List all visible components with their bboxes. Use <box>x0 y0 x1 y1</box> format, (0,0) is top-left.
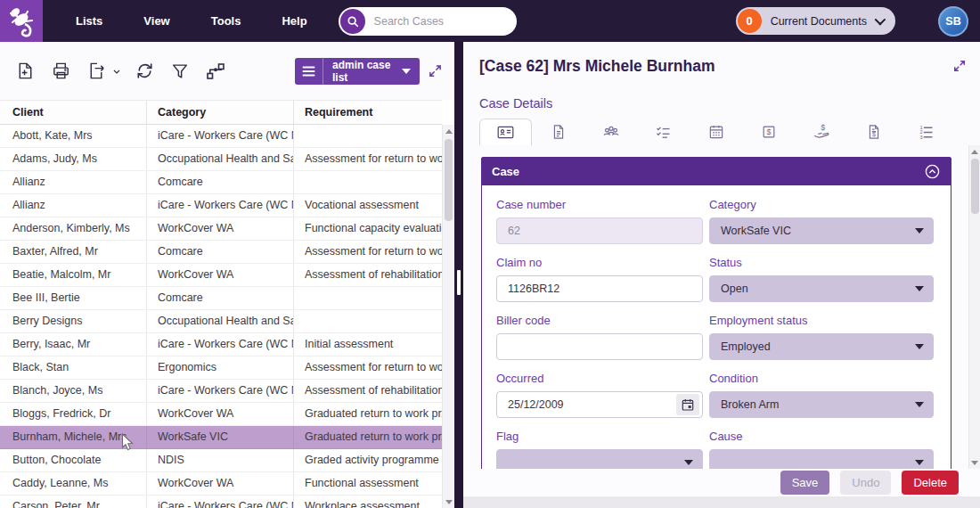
list-menu-icon <box>295 58 323 85</box>
tab-documents[interactable] <box>532 119 584 145</box>
flag-dropdown[interactable] <box>496 449 703 469</box>
scroll-thumb[interactable] <box>971 159 979 214</box>
tab-case-details[interactable] <box>479 119 532 145</box>
status-dropdown[interactable]: Open <box>709 275 934 302</box>
search-input[interactable] <box>365 15 515 28</box>
table-row[interactable]: Beatie, Malcolm, MrWorkCover WAAssessmen… <box>0 264 442 287</box>
gecko-icon <box>6 5 37 37</box>
employment-status-dropdown[interactable]: Employed <box>709 333 934 360</box>
claim-no-input[interactable] <box>496 275 703 302</box>
field-status: Status Open <box>709 256 934 302</box>
case-number-input[interactable] <box>496 217 703 244</box>
table-row[interactable]: AllianzComcare <box>0 171 442 194</box>
occurred-date-input[interactable] <box>497 392 676 417</box>
save-button[interactable]: Save <box>780 471 830 495</box>
table-row[interactable]: Berry, Isaac, MriCare - Workers Care (WC… <box>0 333 442 356</box>
tab-contacts[interactable] <box>584 119 637 145</box>
scroll-up-arrow[interactable] <box>443 125 454 137</box>
expand-icon <box>429 64 442 78</box>
svg-text:$: $ <box>821 124 825 132</box>
column-header-requirement[interactable]: Requirement <box>294 101 442 124</box>
filter-button[interactable] <box>170 61 190 81</box>
biller-code-input[interactable] <box>496 333 703 360</box>
tab-payments[interactable]: $ <box>795 119 847 145</box>
cell-requirement: Assessment of rehabilitation ... <box>294 380 442 402</box>
cell-requirement <box>294 310 442 332</box>
tab-tasks[interactable] <box>637 119 690 145</box>
field-case-number: Case number <box>496 198 703 244</box>
numbered-list-icon: 1 2 3 <box>917 123 935 142</box>
expand-detail-button[interactable] <box>953 60 966 72</box>
delete-button[interactable]: Delete <box>902 471 959 495</box>
invoice-icon: $ <box>865 123 883 141</box>
cell-category: iCare - Workers Care (WC NS... <box>147 333 294 356</box>
expand-icon <box>953 60 966 72</box>
divider-drag-handle[interactable] <box>457 270 461 295</box>
date-picker-button[interactable] <box>676 394 699 415</box>
cell-client: Burnham, Michele, Mrs <box>0 426 147 448</box>
table-row[interactable]: Bloggs, Fredrick, DrWorkCover WAGraduate… <box>0 403 442 426</box>
user-avatar[interactable]: SB <box>938 6 968 37</box>
table-body: Abott, Kate, MrsiCare - Workers Care (WC… <box>0 125 442 508</box>
cause-dropdown[interactable] <box>709 449 934 469</box>
cell-client: Beatie, Malcolm, Mr <box>0 264 147 286</box>
table-row[interactable]: Adams, Judy, MsOccupational Health and S… <box>0 148 442 171</box>
tab-case-list[interactable]: 1 2 3 <box>900 119 952 145</box>
view-selector-dropdown[interactable]: admin case list <box>295 58 420 85</box>
search-icon[interactable] <box>340 9 365 34</box>
expand-list-button[interactable] <box>429 64 442 78</box>
column-header-category[interactable]: Category <box>147 101 294 124</box>
tab-appointments[interactable] <box>690 119 742 145</box>
tab-billing[interactable]: $ <box>742 119 795 145</box>
condition-dropdown[interactable]: Broken Arm <box>709 391 934 418</box>
table-row[interactable]: Abott, Kate, MrsiCare - Workers Care (WC… <box>0 125 442 148</box>
tab-invoices[interactable]: $ <box>847 119 900 145</box>
scroll-thumb[interactable] <box>445 139 453 221</box>
column-header-client[interactable]: Client <box>0 101 147 124</box>
category-dropdown[interactable]: WorkSafe VIC <box>709 217 934 244</box>
cell-client: Baxter, Alfred, Mr <box>0 241 147 263</box>
undo-button[interactable]: Undo <box>840 471 891 495</box>
table-row[interactable]: AllianziCare - Workers Care (WC NS...Voc… <box>0 194 442 217</box>
table-row[interactable]: Baxter, Alfred, MrComcareAssessment for … <box>0 241 442 264</box>
cell-category: Ergonomics <box>147 356 294 379</box>
new-case-button[interactable] <box>15 61 36 81</box>
svg-text:$: $ <box>766 127 771 136</box>
table-scrollbar[interactable] <box>442 125 454 508</box>
scroll-down-arrow[interactable] <box>443 496 454 508</box>
table-row[interactable]: Black, StanErgonomicsAssessment for retu… <box>0 356 442 380</box>
scroll-up-arrow[interactable] <box>969 145 980 158</box>
table-row[interactable]: Button, ChocolateNDISGraded activity pro… <box>0 449 442 472</box>
field-label: Cause <box>709 430 934 443</box>
cell-requirement <box>294 287 442 309</box>
table-row[interactable]: Bee III, BertieComcare <box>0 287 442 310</box>
collapse-section-button[interactable] <box>924 163 941 180</box>
detail-scrollbar[interactable] <box>968 145 980 469</box>
table-row[interactable]: Carson, Peter, MriCare - Workers Care (W… <box>0 496 442 508</box>
menu-help[interactable]: Help <box>261 0 327 42</box>
table-row[interactable]: Caddy, Leanne, MsWorkCover WAFunctional … <box>0 472 442 496</box>
menu-lists[interactable]: Lists <box>55 0 123 42</box>
cell-client: Allianz <box>0 171 147 193</box>
export-button[interactable] <box>86 61 122 81</box>
menu-tools[interactable]: Tools <box>191 0 262 42</box>
refresh-button[interactable] <box>135 61 155 81</box>
print-button[interactable] <box>51 61 71 81</box>
table-row[interactable]: Burnham, Michele, MrsWorkSafe VICGraduat… <box>0 426 442 449</box>
current-documents-button[interactable]: 0 Current Documents <box>736 7 895 35</box>
table-row[interactable]: Berry DesignsOccupational Health and Saf… <box>0 310 442 333</box>
app-logo[interactable] <box>0 0 43 42</box>
scroll-down-arrow[interactable] <box>969 456 980 469</box>
hierarchy-button[interactable] <box>205 61 226 82</box>
view-selector-value: admin case list <box>323 59 402 84</box>
field-occurred: Occurred <box>496 372 703 418</box>
chevron-down-icon <box>915 228 924 234</box>
table-row[interactable]: Blanch, Joyce, MsiCare - Workers Care (W… <box>0 380 442 403</box>
svg-text:3: 3 <box>920 134 923 139</box>
cell-category: Occupational Health and Saf... <box>147 310 294 332</box>
table-row[interactable]: Anderson, Kimberly, MsWorkCover WAFuncti… <box>0 217 442 241</box>
field-cause: Cause <box>709 430 934 469</box>
field-label: Case number <box>496 198 703 211</box>
case-section-header[interactable]: Case <box>482 158 951 185</box>
menu-view[interactable]: View <box>123 0 190 42</box>
